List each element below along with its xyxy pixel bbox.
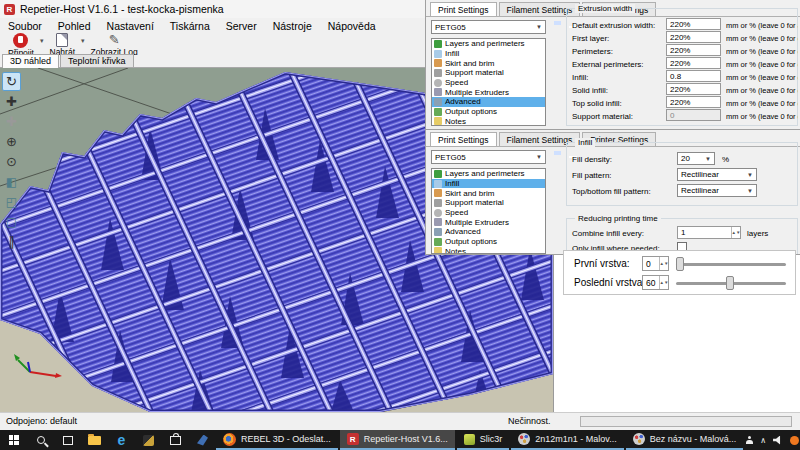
list-item-advanced[interactable]: Advanced xyxy=(432,227,545,237)
windows-logo-icon xyxy=(9,435,19,445)
pinned-app-icon xyxy=(197,435,208,446)
menu-pohled[interactable]: Pohled xyxy=(58,20,91,32)
list-item-layers[interactable]: Layers and perimeters xyxy=(432,39,545,49)
list-item-notes[interactable]: Notes xyxy=(432,247,545,255)
combine-infill-spinner[interactable]: 1 ▲▼ xyxy=(677,226,741,239)
progress-bar xyxy=(580,416,792,427)
rotate-icon[interactable]: ↻ xyxy=(2,72,21,91)
first-layer-slider[interactable] xyxy=(676,263,786,266)
preset-combo[interactable]: PETG05 ▼ xyxy=(431,20,546,34)
first-layer-field[interactable]: 220% xyxy=(666,31,721,43)
solid-infill-field[interactable]: 220% xyxy=(666,83,721,95)
search-button[interactable] xyxy=(27,430,54,450)
menu-napoveda[interactable]: Nápověda xyxy=(328,20,376,32)
slider-handle[interactable] xyxy=(676,257,684,271)
advanced-icon xyxy=(434,228,442,236)
list-item-advanced[interactable]: Advanced xyxy=(432,97,545,107)
list-item-infill[interactable]: Infill xyxy=(432,49,545,59)
list-item-skirt[interactable]: Skirt and brim xyxy=(432,58,545,68)
fill-pattern-combo[interactable]: Rectilinear▼ xyxy=(677,168,757,181)
people-icon[interactable] xyxy=(745,436,753,444)
perimeters-field[interactable]: 220% xyxy=(666,44,721,56)
zoom-out-icon[interactable]: ⊙ xyxy=(2,152,21,171)
menu-nastaveni[interactable]: Nastavení xyxy=(107,20,154,32)
list-item-speed[interactable]: Speed xyxy=(432,208,545,218)
list-item-extruders[interactable]: Multiple Extruders xyxy=(432,217,545,227)
connection-status: Odpojeno: default xyxy=(6,416,77,426)
infill-width-field[interactable]: 0.8 xyxy=(666,70,721,82)
layers-icon xyxy=(434,170,442,178)
taskbar-app-repetier[interactable]: R Repetier-Host V1.6... xyxy=(340,430,455,450)
connect-dropdown-icon[interactable]: ▾ xyxy=(40,37,44,45)
edge-icon: e xyxy=(118,433,126,447)
support-icon xyxy=(434,69,442,77)
tab-print-settings[interactable]: Print Settings xyxy=(430,2,497,16)
list-item-infill[interactable]: Infill xyxy=(432,179,545,189)
external-perimeters-field[interactable]: 220% xyxy=(666,57,721,69)
extruders-icon xyxy=(434,218,442,226)
field-label: Fill density: xyxy=(572,155,612,164)
inkscape-button[interactable] xyxy=(135,430,162,450)
front-view-icon[interactable]: ◰ xyxy=(2,192,21,211)
task-view-button[interactable] xyxy=(54,430,81,450)
taskbar-app-paint2[interactable]: Bez názvu - Malová... xyxy=(626,430,744,450)
taskbar-app-slic3r[interactable]: Slic3r xyxy=(457,430,510,450)
menu-nastroje[interactable]: Nástroje xyxy=(273,20,312,32)
list-item-skirt[interactable]: Skirt and brim xyxy=(432,188,545,198)
top-bottom-pattern-combo[interactable]: Rectilinear▼ xyxy=(677,184,757,197)
first-layer-spinner[interactable]: 0 ▲▼ xyxy=(642,256,669,271)
hidden-icons-chevron[interactable]: ∧ xyxy=(760,436,766,445)
spinner-arrows-icon[interactable]: ▲▼ xyxy=(731,227,740,238)
avast-icon[interactable] xyxy=(790,436,799,445)
spinner-arrows-icon[interactable]: ▲▼ xyxy=(659,257,668,270)
top-solid-infill-field[interactable]: 220% xyxy=(666,96,721,108)
move-object-icon[interactable]: ✚ xyxy=(2,92,21,111)
field-hint: mm or % (leave 0 for defaul xyxy=(726,86,798,95)
spinner-arrows-icon[interactable]: ▲▼ xyxy=(659,276,668,289)
chevron-down-icon: ▼ xyxy=(536,154,542,160)
start-button[interactable] xyxy=(0,430,27,450)
list-item-support[interactable]: Support material xyxy=(432,68,545,78)
last-layer-spinner[interactable]: 60 ▲▼ xyxy=(642,275,669,290)
taskbar-app-firefox[interactable]: REBEL 3D - Odeslat... xyxy=(216,430,338,450)
file-explorer-button[interactable] xyxy=(81,430,108,450)
menu-server[interactable]: Server xyxy=(226,20,257,32)
status-bar: Odpojeno: default Nečinnost. xyxy=(0,412,800,430)
list-item-extruders[interactable]: Multiple Extruders xyxy=(432,87,545,97)
last-layer-slider[interactable] xyxy=(676,282,786,285)
list-item-output[interactable]: Output options xyxy=(432,237,545,247)
menu-tiskarna[interactable]: Tiskárna xyxy=(170,20,210,32)
app-icon: R xyxy=(4,4,15,15)
top-view-icon[interactable]: ▢ xyxy=(2,212,21,231)
tab-3d-view[interactable]: 3D náhled xyxy=(2,54,59,68)
tab-temperature-curve[interactable]: Teplotní křivka xyxy=(60,54,134,67)
list-item-layers[interactable]: Layers and perimeters xyxy=(432,169,545,179)
taskbar-app-paint1[interactable]: 2n12m1n1 - Malov... xyxy=(511,430,623,450)
infill-icon xyxy=(434,50,442,58)
menu-soubor[interactable]: Soubor xyxy=(8,20,42,32)
speaker-icon[interactable] xyxy=(773,436,783,445)
list-item-support[interactable]: Support material xyxy=(432,198,545,208)
field-label: Default extrusion width: xyxy=(572,21,655,30)
fill-density-combo[interactable]: 20▼ xyxy=(677,152,715,165)
zoom-in-icon[interactable]: ⊕ xyxy=(2,132,21,151)
move-viewpoint-icon[interactable]: ✚ xyxy=(2,112,21,131)
slider-handle[interactable] xyxy=(726,276,734,290)
isometric-view-icon[interactable]: ◧ xyxy=(2,172,21,191)
default-extrusion-width-field[interactable]: 220% xyxy=(666,18,721,30)
load-dropdown-icon[interactable]: ▾ xyxy=(81,37,85,45)
firefox-icon xyxy=(223,433,236,446)
preset-combo[interactable]: PETG05 ▼ xyxy=(431,150,546,164)
parallel-projection-icon[interactable]: ∥ xyxy=(2,232,21,251)
field-label: Combine infill every: xyxy=(572,229,644,238)
list-item-notes[interactable]: Notes xyxy=(432,117,545,127)
document-icon xyxy=(56,33,68,47)
tab-print-settings[interactable]: Print Settings xyxy=(430,132,497,146)
paint-icon xyxy=(633,433,645,445)
repetier-host-window: R Repetier-Host V1.6.1 - test-kocka-pism… xyxy=(0,0,800,450)
list-item-speed[interactable]: Speed xyxy=(432,78,545,88)
pinned-app-button[interactable] xyxy=(189,430,216,450)
edge-button[interactable]: e xyxy=(108,430,135,450)
store-button[interactable] xyxy=(162,430,189,450)
list-item-output[interactable]: Output options xyxy=(432,107,545,117)
